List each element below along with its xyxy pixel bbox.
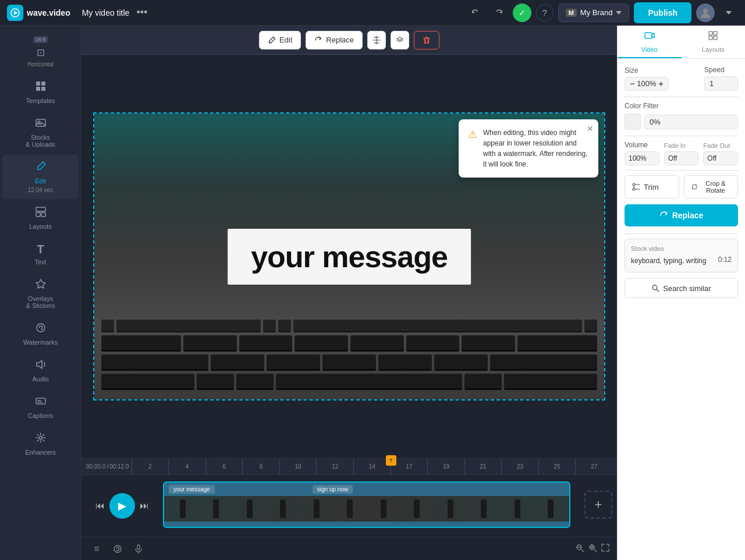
sidebar-item-enhancers[interactable]: Enhancers xyxy=(2,426,79,462)
stock-video-duration: 0:12 xyxy=(718,256,732,264)
fade-out-label: Fade Out xyxy=(703,142,738,149)
sidebar-item-overlays[interactable]: Overlays& Stickers xyxy=(2,272,79,315)
playback-controls: ⏮ ▶ ⏭ xyxy=(81,493,163,519)
size-minus-button[interactable]: − xyxy=(630,79,634,88)
audio-icon xyxy=(35,359,47,373)
trim-label: Trim xyxy=(644,183,659,192)
color-filter-select[interactable]: 0% 10% 20% 50% xyxy=(644,115,738,129)
logo-icon xyxy=(7,5,23,21)
logo[interactable]: wave.video xyxy=(7,5,70,21)
color-swatch[interactable] xyxy=(625,114,641,130)
topbar-actions: ✓ ? M My Brand Publish xyxy=(466,2,738,23)
fade-out-select[interactable]: Off 0.5s 1s 2s xyxy=(703,151,738,165)
sidebar-item-label-audio: Audio xyxy=(32,375,48,382)
tab-video[interactable]: Video xyxy=(618,26,682,58)
action-row: Trim Crop & Rotate xyxy=(625,175,738,199)
svg-rect-18 xyxy=(137,545,140,550)
sidebar-item-edit[interactable]: Edit 12.04 sec xyxy=(2,155,79,199)
video-title[interactable]: My video title xyxy=(82,8,130,17)
speed-select[interactable]: 1 0.25 0.5 0.75 1.25 1.5 2 xyxy=(704,76,738,91)
user-avatar[interactable] xyxy=(696,3,715,22)
fade-in-select[interactable]: Off 0.5s 1s 2s xyxy=(664,151,699,165)
help-button[interactable]: ? xyxy=(536,4,554,22)
volume-group: Volume 100% 75% 50% 25% 0% xyxy=(625,141,659,165)
redo-button[interactable] xyxy=(489,3,508,22)
center-panel: Edit Replace xyxy=(81,26,617,560)
sidebar-item-layouts[interactable]: Layouts xyxy=(2,200,79,236)
bottom-toolbar: ≡ xyxy=(81,537,617,560)
zoom-out-button[interactable] xyxy=(575,543,584,554)
move-button[interactable] xyxy=(367,31,386,49)
sidebar-item-templates[interactable]: Templates xyxy=(2,75,79,110)
prev-button[interactable]: ⏮ xyxy=(95,501,105,511)
sidebar-item-label-edit: Edit xyxy=(35,178,46,185)
replace-toolbar-button[interactable]: Replace xyxy=(306,31,363,49)
svg-rect-9 xyxy=(36,207,45,211)
play-button[interactable]: ▶ xyxy=(109,493,135,519)
tab-layouts[interactable]: Layouts xyxy=(682,26,746,58)
edit-button[interactable]: Edit xyxy=(259,31,301,49)
video-container[interactable]: your message ↻ ✕ ⚠ When editing, this vi… xyxy=(93,112,605,400)
divider-4 xyxy=(625,233,738,234)
zoom-in-button[interactable] xyxy=(588,543,597,554)
search-similar-button[interactable]: Search similar xyxy=(625,278,738,298)
fit-button[interactable] xyxy=(601,543,610,554)
watermarks-icon xyxy=(35,322,47,336)
layouts-tab-label: Layouts xyxy=(702,46,725,53)
size-control[interactable]: − 100% + xyxy=(625,77,669,91)
sidebar-item-label-text: Text xyxy=(34,258,46,265)
time-total: 00:12.0 xyxy=(109,463,129,470)
video-overlay-text: your message xyxy=(251,240,448,274)
sidebar-item-resize[interactable]: 16:9 ⊡ Horizontal xyxy=(2,30,79,73)
sidebar-item-audio[interactable]: Audio xyxy=(2,353,79,388)
more-options-button[interactable]: ••• xyxy=(136,6,147,19)
stock-video-info: keyboard, typing, writing 0:12 xyxy=(631,256,732,266)
warning-toast: ✕ ⚠ When editing, this video might appea… xyxy=(459,119,598,178)
warning-close-button[interactable]: ✕ xyxy=(587,124,594,133)
warning-text: When editing, this video might appear in… xyxy=(483,127,589,169)
add-track-button[interactable]: + xyxy=(584,491,612,519)
stock-video-label: Stock video xyxy=(631,245,732,252)
volume-select[interactable]: 100% 75% 50% 25% 0% xyxy=(625,151,659,165)
layer-button[interactable] xyxy=(391,31,409,49)
brand-initial: M xyxy=(566,9,577,17)
video-text-overlay[interactable]: your message xyxy=(228,229,471,285)
mic-button[interactable] xyxy=(130,541,147,557)
captions-tool-button[interactable] xyxy=(109,541,126,557)
brand-selector[interactable]: M My Brand xyxy=(558,3,630,22)
ruler-mark: 19 xyxy=(427,459,464,475)
next-button[interactable]: ⏭ xyxy=(140,501,149,511)
sidebar-item-label-overlays: Overlays& Stickers xyxy=(26,295,55,309)
search-similar-label: Search similar xyxy=(663,284,711,293)
save-button[interactable]: ✓ xyxy=(513,3,531,22)
replace-button[interactable]: Replace xyxy=(625,204,738,226)
publish-button[interactable]: Publish xyxy=(634,2,691,23)
topbar: wave.video My video title ••• ✓ ? M My B… xyxy=(0,0,745,26)
size-plus-button[interactable]: + xyxy=(658,79,663,88)
size-value: 100% xyxy=(637,79,656,88)
track-text-chip-1[interactable]: your message xyxy=(169,485,215,494)
right-panel-content: Size − 100% + Speed 1 0.25 0.5 0.75 1.25 xyxy=(618,59,745,560)
delete-button[interactable] xyxy=(414,31,439,49)
rotate-handle[interactable]: ↻ xyxy=(343,399,355,400)
trim-button[interactable]: Trim xyxy=(625,175,679,199)
track-text-chip-2[interactable]: sign up now xyxy=(313,485,353,494)
resize-badge: 16:9 xyxy=(33,36,48,43)
list-view-button[interactable]: ≡ xyxy=(88,541,105,557)
crop-rotate-button[interactable]: Crop & Rotate xyxy=(684,175,739,199)
sidebar-item-watermarks[interactable]: Watermarks xyxy=(2,316,79,352)
ruler-marks: 2 4 6 8 10 12 14 17 ? 19 21 23 xyxy=(132,459,612,475)
sidebar-item-text[interactable]: T Text xyxy=(2,237,79,271)
account-chevron[interactable] xyxy=(719,3,738,22)
enhancers-icon xyxy=(35,432,47,446)
ruler-mark: 6 xyxy=(205,459,243,475)
speed-control-group: Speed 1 0.25 0.5 0.75 1.25 1.5 2 xyxy=(704,66,738,91)
sidebar-item-stocks[interactable]: Stocks& Uploads xyxy=(2,111,79,154)
playhead-marker: ? xyxy=(386,455,396,466)
undo-button[interactable] xyxy=(466,3,485,22)
sidebar-item-captions[interactable]: Captions xyxy=(2,389,79,425)
svg-rect-10 xyxy=(36,212,40,217)
right-panel-tabs: Video Layouts xyxy=(618,26,745,59)
track-block[interactable]: your message sign up now xyxy=(163,481,570,528)
ruler-mark: 8 xyxy=(242,459,279,475)
